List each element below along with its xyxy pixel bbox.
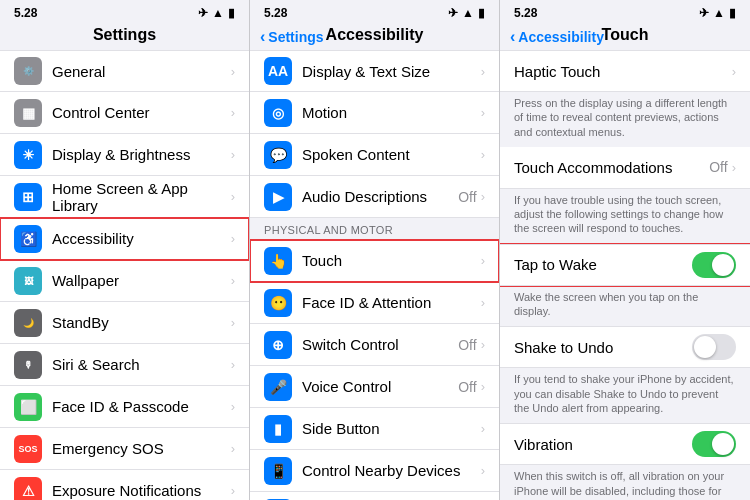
- middle-item-audio-desc[interactable]: ▶Audio DescriptionsOff›: [250, 176, 499, 218]
- middle-item-touch[interactable]: 👆Touch›: [250, 240, 499, 282]
- control-nearby-label: Control Nearby Devices: [302, 462, 481, 479]
- voice-control-chevron: ›: [481, 379, 485, 394]
- left-item-faceid[interactable]: ⬜Face ID & Passcode›: [0, 386, 249, 428]
- faceid-attention-chevron: ›: [481, 295, 485, 310]
- right-item-haptic-touch[interactable]: Haptic Touch›: [500, 50, 750, 92]
- standby-icon: 🌙: [14, 309, 42, 337]
- tap-to-wake-toggle[interactable]: [692, 252, 736, 278]
- switch-control-value: Off: [458, 337, 476, 353]
- left-item-exposure[interactable]: ⚠Exposure Notifications›: [0, 470, 249, 500]
- voice-control-icon: 🎤: [264, 373, 292, 401]
- left-item-accessibility[interactable]: ♿Accessibility›: [0, 218, 249, 260]
- siri-chevron: ›: [231, 357, 235, 372]
- middle-item-faceid-attention[interactable]: 😶Face ID & Attention›: [250, 282, 499, 324]
- middle-item-motion[interactable]: ◎Motion›: [250, 92, 499, 134]
- wallpaper-icon: 🖼: [14, 267, 42, 295]
- shake-to-undo-toggle-knob: [694, 336, 716, 358]
- exposure-label: Exposure Notifications: [52, 482, 231, 499]
- display-label: Display & Brightness: [52, 146, 231, 163]
- right-list: Haptic Touch›Press on the display using …: [500, 50, 750, 500]
- left-item-control-center[interactable]: ▦Control Center›: [0, 92, 249, 134]
- left-item-general[interactable]: ⚙️General›: [0, 50, 249, 92]
- control-nearby-chevron: ›: [481, 463, 485, 478]
- middle-list: AADisplay & Text Size›◎Motion›💬Spoken Co…: [250, 50, 499, 500]
- middle-item-voice-control[interactable]: 🎤Voice ControlOff›: [250, 366, 499, 408]
- left-item-home-screen[interactable]: ⊞Home Screen & App Library›: [0, 176, 249, 218]
- middle-back-label: Settings: [268, 29, 323, 45]
- vibration-label: Vibration: [514, 436, 692, 453]
- right-item-vibration[interactable]: Vibration: [500, 423, 750, 465]
- vibration-toggle-knob: [712, 433, 734, 455]
- emergency-chevron: ›: [231, 441, 235, 456]
- side-button-icon: ▮: [264, 415, 292, 443]
- touch-accommodations-chevron: ›: [732, 160, 736, 175]
- emergency-icon: SOS: [14, 435, 42, 463]
- display-text-chevron: ›: [481, 64, 485, 79]
- switch-control-chevron: ›: [481, 337, 485, 352]
- middle-item-switch-control[interactable]: ⊕Switch ControlOff›: [250, 324, 499, 366]
- r-airplane-icon: ✈: [699, 6, 709, 20]
- right-title: Touch: [602, 26, 649, 43]
- side-button-label: Side Button: [302, 420, 481, 437]
- right-item-touch-accommodations[interactable]: Touch AccommodationsOff›: [500, 147, 750, 189]
- switch-control-icon: ⊕: [264, 331, 292, 359]
- emergency-label: Emergency SOS: [52, 440, 231, 457]
- right-back-button[interactable]: ‹ Accessibility: [510, 28, 604, 46]
- m-battery-icon: ▮: [478, 6, 485, 20]
- section-header-1: PHYSICAL AND MOTOR: [250, 218, 499, 240]
- display-text-label: Display & Text Size: [302, 63, 481, 80]
- general-label: General: [52, 63, 231, 80]
- display-icon: ☀: [14, 141, 42, 169]
- left-item-emergency[interactable]: SOSEmergency SOS›: [0, 428, 249, 470]
- side-button-chevron: ›: [481, 421, 485, 436]
- general-icon: ⚙️: [14, 57, 42, 85]
- faceid-chevron: ›: [231, 399, 235, 414]
- middle-status-bar: 5.28 ✈ ▲ ▮: [250, 0, 499, 24]
- faceid-icon: ⬜: [14, 393, 42, 421]
- middle-item-side-button[interactable]: ▮Side Button›: [250, 408, 499, 450]
- m-airplane-icon: ✈: [448, 6, 458, 20]
- voice-control-label: Voice Control: [302, 378, 458, 395]
- siri-label: Siri & Search: [52, 356, 231, 373]
- vibration-toggle[interactable]: [692, 431, 736, 457]
- middle-item-apple-tv[interactable]: ⬛Apple TV Remote›: [250, 492, 499, 500]
- shake-to-undo-label: Shake to Undo: [514, 339, 692, 356]
- airplane-icon: ✈: [198, 6, 208, 20]
- faceid-attention-icon: 😶: [264, 289, 292, 317]
- middle-title: Accessibility: [326, 26, 424, 43]
- right-item-tap-to-wake[interactable]: Tap to Wake: [500, 244, 750, 286]
- spoken-chevron: ›: [481, 147, 485, 162]
- audio-desc-icon: ▶: [264, 183, 292, 211]
- motion-icon: ◎: [264, 99, 292, 127]
- r-wifi-icon: ▲: [713, 6, 725, 20]
- left-item-display[interactable]: ☀Display & Brightness›: [0, 134, 249, 176]
- right-item-shake-to-undo[interactable]: Shake to Undo: [500, 326, 750, 368]
- wallpaper-label: Wallpaper: [52, 272, 231, 289]
- shake-to-undo-toggle[interactable]: [692, 334, 736, 360]
- home-screen-chevron: ›: [231, 189, 235, 204]
- middle-back-button[interactable]: ‹ Settings: [260, 28, 324, 46]
- control-nearby-icon: 📱: [264, 457, 292, 485]
- middle-item-control-nearby[interactable]: 📱Control Nearby Devices›: [250, 450, 499, 492]
- haptic-touch-desc: Press on the display using a different l…: [500, 92, 750, 147]
- accessibility-icon: ♿: [14, 225, 42, 253]
- spoken-icon: 💬: [264, 141, 292, 169]
- touch-accommodations-value: Off: [709, 159, 727, 175]
- shake-to-undo-desc: If you tend to shake your iPhone by acci…: [500, 368, 750, 423]
- middle-panel: 5.28 ✈ ▲ ▮ ‹ Settings Accessibility AADi…: [250, 0, 500, 500]
- audio-desc-value: Off: [458, 189, 476, 205]
- home-screen-label: Home Screen & App Library: [52, 180, 231, 214]
- middle-item-display-text[interactable]: AADisplay & Text Size›: [250, 50, 499, 92]
- accessibility-chevron: ›: [231, 231, 235, 246]
- siri-icon: 🎙: [14, 351, 42, 379]
- haptic-touch-label: Haptic Touch: [514, 63, 732, 80]
- tap-to-wake-desc: Wake the screen when you tap on the disp…: [500, 286, 750, 327]
- left-item-standby[interactable]: 🌙StandBy›: [0, 302, 249, 344]
- left-item-wallpaper[interactable]: 🖼Wallpaper›: [0, 260, 249, 302]
- standby-label: StandBy: [52, 314, 231, 331]
- middle-item-spoken[interactable]: 💬Spoken Content›: [250, 134, 499, 176]
- audio-desc-chevron: ›: [481, 189, 485, 204]
- faceid-attention-label: Face ID & Attention: [302, 294, 481, 311]
- left-item-siri[interactable]: 🎙Siri & Search›: [0, 344, 249, 386]
- audio-desc-label: Audio Descriptions: [302, 188, 458, 205]
